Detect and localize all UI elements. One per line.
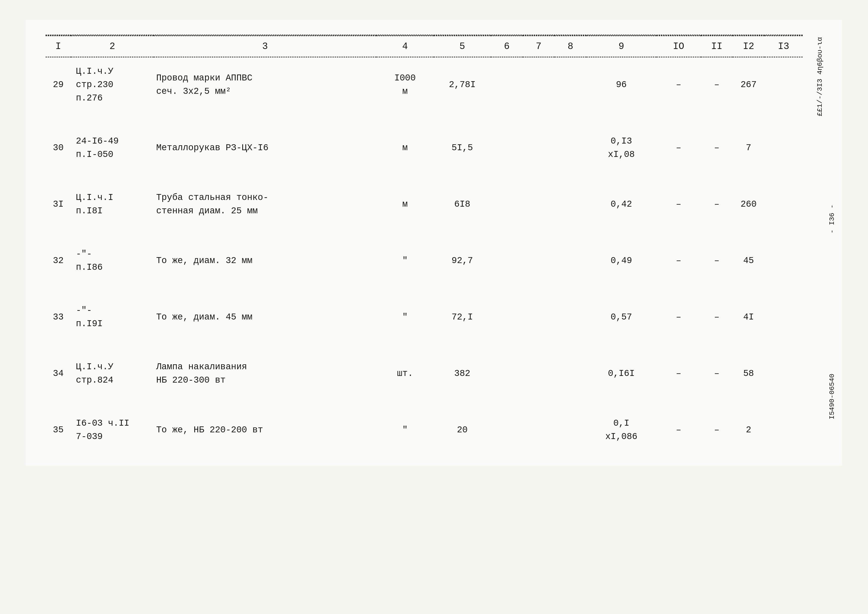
spacer-cell: [45, 394, 803, 409]
cell-r0-c5: [491, 57, 523, 113]
cell-r5-c3: шт.: [377, 353, 434, 394]
cell-r4-c6: [523, 296, 555, 338]
cell-r0-c8: 96: [586, 57, 656, 113]
spacer-row: [45, 225, 803, 240]
cell-r3-c9: –: [656, 240, 701, 282]
cell-r4-c4: 72,I: [434, 296, 491, 338]
col-header-1: I: [45, 36, 71, 57]
col-header-4: 4: [377, 36, 434, 57]
cell-r5-c12: I5490-06540: [764, 353, 803, 394]
cell-r1-c4: 5I,5: [434, 127, 491, 169]
cell-r2-c11: 260: [733, 184, 764, 225]
cell-r0-c7: [555, 57, 586, 113]
cell-r6-c2: То же, НБ 220-200 вт: [153, 409, 377, 451]
col-header-10: IO: [656, 36, 701, 57]
cell-r0-c6: [523, 57, 555, 113]
cell-r2-c9: –: [656, 184, 701, 225]
cell-r3-c5: [491, 240, 523, 282]
cell-r5-c9: –: [656, 353, 701, 394]
main-table-container: I 2 3 4 5 6 7 8 9 IO II I2 I3 29Ц.I.ч.Ус…: [45, 35, 823, 451]
cell-r6-c12: [764, 409, 803, 451]
cell-r1-c6: [523, 127, 555, 169]
cell-r5-c6: [523, 353, 555, 394]
cell-r6-c6: [523, 409, 555, 451]
cell-r4-c9: –: [656, 296, 701, 338]
cell-r3-c3: ": [377, 240, 434, 282]
cell-r6-c0: 35: [45, 409, 71, 451]
spacer-cell: [45, 225, 803, 240]
cell-r3-c1: -"-п.I86: [71, 240, 153, 282]
col-header-7: 7: [523, 36, 555, 57]
cell-r0-c1: Ц.I.ч.Устр.230п.276: [71, 57, 153, 113]
cell-r2-c1: Ц.I.ч.Iп.I8I: [71, 184, 153, 225]
col-header-2: 2: [71, 36, 153, 57]
cell-r4-c11: 4I: [733, 296, 764, 338]
col-header-12: I2: [733, 36, 764, 57]
cell-r6-c7: [555, 409, 586, 451]
cell-r6-c8: 0,IхI,086: [586, 409, 656, 451]
cell-r5-c10: –: [701, 353, 733, 394]
cell-r0-c11: 267: [733, 57, 764, 113]
spacer-cell: [45, 169, 803, 184]
cell-r0-c10: –: [701, 57, 733, 113]
cell-r3-c11: 45: [733, 240, 764, 282]
cell-r0-c0: 29: [45, 57, 71, 113]
cell-r6-c4: 20: [434, 409, 491, 451]
cell-r5-c5: [491, 353, 523, 394]
cell-r3-c2: То же, диам. 32 мм: [153, 240, 377, 282]
table-row: 33-"-п.I9IТо же, диам. 45 мм"72,I0,57––4…: [45, 296, 803, 338]
cell-r1-c2: Металлорукав РЗ-ЦХ-I6: [153, 127, 377, 169]
col-header-5: 5: [434, 36, 491, 57]
col-header-13: I3: [764, 36, 803, 57]
cell-r6-c3: ": [377, 409, 434, 451]
cell-r3-c7: [555, 240, 586, 282]
cell-r5-c11: 58: [733, 353, 764, 394]
cell-r4-c8: 0,57: [586, 296, 656, 338]
spacer-row: [45, 169, 803, 184]
cell-r2-c7: [555, 184, 586, 225]
cell-r2-c5: [491, 184, 523, 225]
cell-r2-c8: 0,42: [586, 184, 656, 225]
cell-r1-c1: 24-I6-49п.I-050: [71, 127, 153, 169]
spacer-row: [45, 338, 803, 353]
cell-r6-c9: –: [656, 409, 701, 451]
spacer-row: [45, 112, 803, 127]
cell-r1-c10: –: [701, 127, 733, 169]
col-header-8: 8: [555, 36, 586, 57]
table-row: 3IЦ.I.ч.Iп.I8IТруба стальная тонко-стенн…: [45, 184, 803, 225]
cell-r4-c10: –: [701, 296, 733, 338]
cell-r6-c10: –: [701, 409, 733, 451]
cell-r5-c8: 0,I6I: [586, 353, 656, 394]
cell-r1-c7: [555, 127, 586, 169]
cell-r2-c6: [523, 184, 555, 225]
cell-r5-c7: [555, 353, 586, 394]
cell-r1-c0: 30: [45, 127, 71, 169]
cell-r4-c12: [764, 296, 803, 338]
spacer-cell: [45, 282, 803, 296]
right-annotations-block: ££1/-/3I3 4η6βου-ια: [810, 35, 830, 451]
cell-r2-c10: –: [701, 184, 733, 225]
cell-r0-c9: –: [656, 57, 701, 113]
table-row: 34Ц.I.ч.Устр.824Лампа накаливанияНБ 220-…: [45, 353, 803, 394]
cell-r0-c4: 2,78I: [434, 57, 491, 113]
cell-r4-c1: -"-п.I9I: [71, 296, 153, 338]
cell-r0-c3: I000м: [377, 57, 434, 113]
cell-r2-c12: - I36 -: [764, 184, 803, 225]
cell-r3-c10: –: [701, 240, 733, 282]
cell-r3-c12: [764, 240, 803, 282]
col-header-11: II: [701, 36, 733, 57]
cell-r4-c3: ": [377, 296, 434, 338]
col-header-9: 9: [586, 36, 656, 57]
cell-r1-c9: –: [656, 127, 701, 169]
cell-r4-c7: [555, 296, 586, 338]
cell-r2-c0: 3I: [45, 184, 71, 225]
cell-r1-c11: 7: [733, 127, 764, 169]
cell-r5-c1: Ц.I.ч.Устр.824: [71, 353, 153, 394]
cell-r6-c5: [491, 409, 523, 451]
cell-r3-c0: 32: [45, 240, 71, 282]
data-table: I 2 3 4 5 6 7 8 9 IO II I2 I3 29Ц.I.ч.Ус…: [45, 36, 803, 451]
cell-r5-c0: 34: [45, 353, 71, 394]
cell-r3-c8: 0,49: [586, 240, 656, 282]
table-header-row: I 2 3 4 5 6 7 8 9 IO II I2 I3: [45, 36, 803, 57]
cell-r0-c2: Провод марки АППВСсеч. 3х2,5 мм²: [153, 57, 377, 113]
